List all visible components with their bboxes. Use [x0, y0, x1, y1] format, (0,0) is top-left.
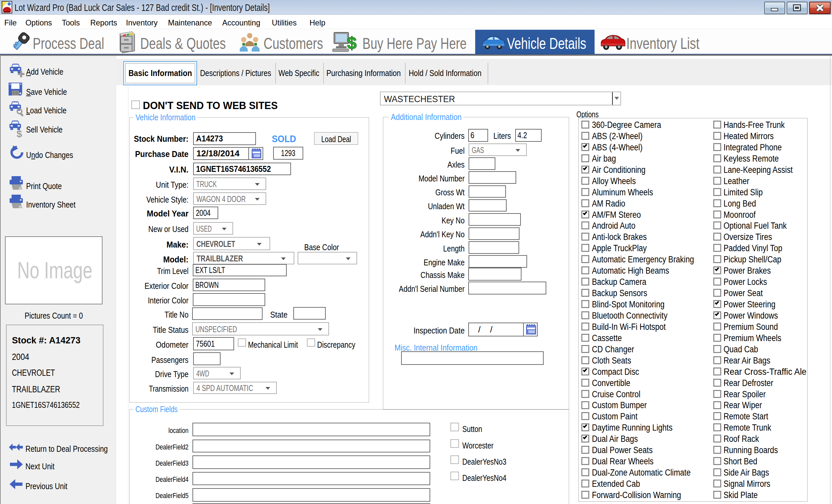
- svg-text:$: $: [347, 33, 357, 53]
